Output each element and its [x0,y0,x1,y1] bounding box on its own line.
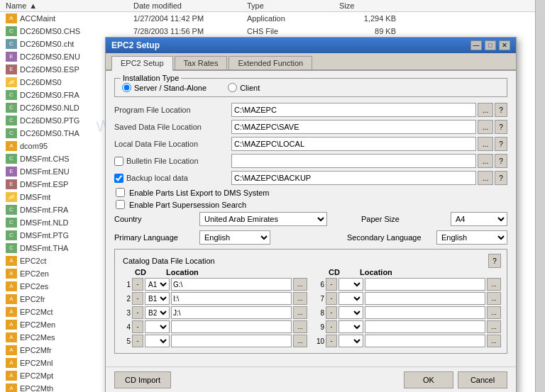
bulletin-file-input[interactable] [231,154,476,168]
loc-input-2[interactable] [171,292,292,305]
saved-data-browse-button[interactable]: ... [478,120,493,134]
bulletin-file-browse-button[interactable]: ... [478,154,493,168]
radio-server[interactable]: Server / Stand-Alone [122,83,207,92]
secondary-language-select[interactable]: English [436,230,507,245]
country-row: Country United Arab Emirates Paper Size … [114,212,507,226]
cd-minus-btn-1[interactable]: - [132,278,143,291]
cd-select-4[interactable] [145,320,170,333]
cancel-button[interactable]: Cancel [458,371,507,388]
close-button[interactable]: ✕ [499,40,510,50]
footer-left: CD Import [114,371,171,388]
primary-language-select[interactable]: English [199,230,270,245]
catalog-row-6: 6 - ... [314,278,501,291]
enable-supersession-row: Enable Part Supersession Search [114,200,507,209]
cd-minus-btn-7[interactable]: - [326,292,337,305]
cd-select-2[interactable]: B1 [145,292,170,305]
backup-data-row: Backup local data ... ? [114,171,507,185]
program-file-browse-button[interactable]: ... [478,103,493,117]
loc-browse-6[interactable]: ... [487,278,501,291]
bulletin-file-help-button[interactable]: ? [495,154,507,168]
tab-extended-function[interactable]: Extended Function [229,56,312,69]
loc-input-1[interactable] [171,278,292,291]
country-select[interactable]: United Arab Emirates [199,212,327,226]
backup-data-browse-button[interactable]: ... [478,171,493,185]
modal-footer: CD Import OK Cancel [106,366,516,392]
radio-server-input[interactable] [122,83,131,92]
radio-client-input[interactable] [228,83,237,92]
saved-data-row: Saved Data File Location ... ? [114,120,507,134]
backup-data-help-button[interactable]: ? [495,171,507,185]
loc-input-5[interactable] [171,335,292,347]
modal-overlay: EPC2 Setup — □ ✕ EPC2 Setup Tax Rates Ex… [0,0,545,392]
loc-browse-10[interactable]: ... [487,335,501,347]
saved-data-input[interactable] [231,120,476,134]
cd-minus-btn-8[interactable]: - [326,306,337,319]
cd-minus-btn-10[interactable]: - [326,335,337,347]
loc-input-8[interactable] [365,306,485,319]
program-file-label: Program File Location [114,106,231,114]
radio-client[interactable]: Client [228,83,260,92]
cd-minus-btn-6[interactable]: - [326,278,337,291]
modal-titlebar: EPC2 Setup — □ ✕ [106,38,516,53]
catalog-row-8: 8 - ... [314,306,501,319]
catalog-help-button[interactable]: ? [488,254,501,268]
cd-select-8[interactable] [338,306,363,319]
bulletin-file-label: Bulletin File Location [126,157,199,165]
radio-server-label: Server / Stand-Alone [134,84,207,92]
loc-input-3[interactable] [171,306,292,319]
paper-size-select[interactable]: A4LetterA3 [451,212,507,226]
cd-select-9[interactable] [338,320,363,333]
bulletin-file-checkbox[interactable] [114,157,123,166]
loc-browse-2[interactable]: ... [293,292,307,305]
installation-type-label: Installation Type [121,74,181,82]
cd-minus-btn-5[interactable]: - [132,335,143,347]
program-file-row: Program File Location ... ? [114,103,507,117]
loc-browse-7[interactable]: ... [487,292,501,305]
loc-input-6[interactable] [365,278,485,291]
catalog-row-2: 2 - B1 ... [121,292,307,305]
paper-size-label: Paper Size [361,215,446,223]
local-data-browse-button[interactable]: ... [478,137,493,151]
saved-data-help-button[interactable]: ? [495,120,507,134]
loc-input-9[interactable] [365,320,485,333]
cd-select-10[interactable] [338,335,363,347]
cd-select-3[interactable]: B2 [145,306,170,319]
program-file-help-button[interactable]: ? [495,103,507,117]
local-data-input[interactable] [231,137,476,151]
program-file-input[interactable] [231,103,476,117]
language-row: Primary Language English Secondary Langu… [114,230,507,245]
loc-input-4[interactable] [171,320,292,333]
tab-tax-rates[interactable]: Tax Rates [175,56,228,69]
cd-select-6[interactable] [338,278,363,291]
loc-browse-9[interactable]: ... [487,320,501,333]
loc-browse-1[interactable]: ... [293,278,307,291]
local-data-help-button[interactable]: ? [495,137,507,151]
backup-data-input[interactable] [231,171,476,185]
maximize-button[interactable]: □ [485,40,496,50]
loc-browse-3[interactable]: ... [293,306,307,319]
loc-browse-8[interactable]: ... [487,306,501,319]
cd-minus-btn-3[interactable]: - [132,306,143,319]
catalog-header: Catalog Data File Location ? [121,254,501,268]
enable-parts-list-checkbox[interactable] [116,188,125,197]
cd-minus-btn-4[interactable]: - [132,320,143,333]
minimize-button[interactable]: — [470,40,482,50]
cd-select-1[interactable]: A1 [145,278,170,291]
loc-browse-5[interactable]: ... [293,335,307,347]
loc-browse-4[interactable]: ... [293,320,307,333]
enable-supersession-checkbox[interactable] [116,200,125,209]
loc-input-10[interactable] [365,335,485,347]
ok-button[interactable]: OK [404,371,453,388]
bulletin-file-row: Bulletin File Location ... ? [114,154,507,168]
cd-minus-btn-9[interactable]: - [326,320,337,333]
backup-data-checkbox[interactable] [114,174,123,183]
cd-import-button[interactable]: CD Import [114,371,171,388]
modal-body: Installation Type Server / Stand-Alone C… [106,71,516,366]
cd-select-5[interactable] [145,335,170,347]
tab-epc2-setup[interactable]: EPC2 Setup [111,56,173,71]
cd-minus-btn-2[interactable]: - [132,292,143,305]
country-label: Country [114,215,199,223]
cd-select-7[interactable] [338,292,363,305]
loc-input-7[interactable] [365,292,485,305]
catalog-grid: CD Location 1 - A1 ... [121,268,501,349]
